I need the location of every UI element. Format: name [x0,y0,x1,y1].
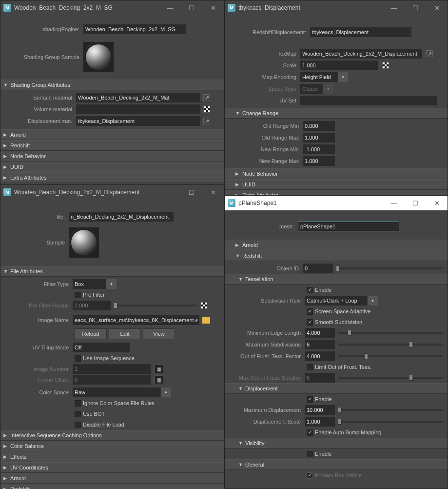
section-general[interactable]: ▼General [225,459,448,470]
minimize-button[interactable]: — [159,0,181,15]
max-subd-label: Maximum Subdivisions [225,342,305,347]
edit-button[interactable]: Edit [109,328,141,339]
oof-slider[interactable] [338,355,443,357]
maximize-button[interactable]: ☐ [181,0,202,15]
rd-field[interactable] [310,27,411,37]
close-button[interactable]: ✕ [426,196,448,210]
section-redshift[interactable]: ▶Redshift [0,140,224,151]
close-button[interactable]: ✕ [202,185,224,200]
map-button[interactable] [382,62,389,69]
max-subd-slider[interactable] [338,344,443,346]
objid-slider[interactable] [336,267,443,269]
use-bot-checkbox[interactable] [75,411,81,417]
chevron-down-icon: ▼ [238,462,245,467]
titlebar[interactable]: M tbykeacs_Displacement — ☐ ✕ [225,0,448,15]
section-redshift[interactable]: ▶Redshift [0,484,224,489]
max-subd-field[interactable] [305,340,335,349]
disp-enable-checkbox[interactable] [307,396,313,403]
maximize-button[interactable]: ☐ [181,185,202,200]
section-color-balance[interactable]: ▶Color Balance [0,441,224,451]
map-button[interactable] [200,302,207,309]
new-max-field[interactable] [303,156,335,166]
section-redshift[interactable]: ▼Redshift [225,250,448,261]
pre-filter-checkbox[interactable] [75,292,81,298]
subdiv-rule-dropdown[interactable]: Catmull-Clark + Loop ▼ [305,296,378,306]
ssa-checkbox[interactable] [307,308,313,315]
close-button[interactable]: ✕ [426,0,448,15]
disable-load-checkbox[interactable] [75,422,81,428]
map-enc-dropdown[interactable]: Height Field ▼ [300,72,348,82]
close-button[interactable]: ✕ [202,0,224,15]
uvset-field[interactable] [300,96,437,105]
image-name-field[interactable] [73,315,199,325]
sample-swatch[interactable] [83,42,114,72]
limit-oof-checkbox[interactable] [307,364,313,370]
map-button[interactable] [203,106,210,113]
color-space-dropdown[interactable]: Raw ▼ [73,387,171,397]
volume-mat-field[interactable] [76,104,200,114]
use-seq-checkbox[interactable] [75,355,81,362]
min-edge-field[interactable] [305,328,335,338]
section-uv-coords[interactable]: ▶UV Coordinates [0,462,224,473]
section-arnold[interactable]: ▶Arnold [0,473,224,484]
expression-icon[interactable]: ▦ [155,365,163,373]
folder-icon[interactable] [202,317,210,324]
filter-type-dropdown[interactable]: Box ▼ [73,279,117,289]
old-max-field[interactable] [303,133,335,143]
map-button[interactable]: ↗ [203,118,210,124]
section-visibility[interactable]: ▼Visibility [225,438,448,448]
minimize-button[interactable]: — [159,185,181,200]
titlebar[interactable]: M Wooden_Beach_Decking_2x2_M_Displacemen… [0,185,224,200]
ignore-cs-checkbox[interactable] [75,400,81,407]
chevron-right-icon: ▶ [3,175,10,180]
objid-field[interactable] [303,264,333,273]
max-disp-field[interactable] [305,405,335,415]
section-uuid[interactable]: ▶UUID [225,179,448,190]
pre-filter-radius-label: Pre Filter Radius [0,303,73,308]
disp-mat-field[interactable] [76,116,200,126]
texmap-field[interactable] [300,49,422,59]
section-change-range[interactable]: ▼Change Range [225,108,448,119]
map-button[interactable]: ↗ [203,94,210,101]
section-effects[interactable]: ▶Effects [0,451,224,462]
section-extra-attrs[interactable]: ▶Extra Attributes [0,172,224,183]
uv-tiling-dropdown[interactable]: Off [73,343,130,352]
minimize-button[interactable]: — [383,0,405,15]
section-arnold[interactable]: ▶Arnold [0,129,224,140]
section-file-attrs[interactable]: ▼File Attributes [0,266,224,277]
maximize-button[interactable]: ☐ [405,196,426,210]
min-edge-slider[interactable] [338,332,443,334]
smooth-checkbox[interactable] [307,319,313,326]
disp-scale-slider[interactable] [338,421,443,423]
map-button[interactable]: ↗ [426,50,433,57]
new-min-field[interactable] [303,144,335,154]
old-min-field[interactable] [303,121,335,131]
maximize-button[interactable]: ☐ [405,0,426,15]
file-field[interactable] [69,212,174,222]
minimize-button[interactable]: — [383,196,405,210]
expression-icon[interactable]: ▦ [155,375,163,384]
max-disp-slider[interactable] [338,409,443,411]
surface-mat-field[interactable] [76,93,200,102]
shading-engine-field[interactable] [83,24,186,34]
section-node-behavior[interactable]: ▶Node Behavior [225,168,448,179]
reload-button[interactable]: Reload [75,328,107,339]
section-disp[interactable]: ▼Displacement [225,383,448,394]
section-node-behavior[interactable]: ▶Node Behavior [0,151,224,162]
mesh-field[interactable] [298,222,399,231]
tess-enable-checkbox[interactable] [307,287,313,293]
view-button[interactable]: View [143,328,175,339]
section-tess[interactable]: ▼Tessellation [225,274,448,285]
section-sg-attrs[interactable]: ▼Shading Group Attributes [0,80,224,90]
section-uuid[interactable]: ▶UUID [0,162,224,172]
disp-scale-field[interactable] [305,417,335,427]
oof-field[interactable] [305,351,335,361]
sample-swatch[interactable] [69,227,99,258]
titlebar[interactable]: M pPlaneShape1 — ☐ ✕ [225,196,448,210]
scale-field[interactable] [300,61,378,70]
section-arnold[interactable]: ▶Arnold [225,240,448,250]
vis-enable-checkbox[interactable] [307,451,313,457]
titlebar[interactable]: M Wooden_Beach_Decking_2x2_M_SG — ☐ ✕ [0,0,224,15]
auto-bump-checkbox[interactable] [307,429,313,436]
section-seq-cache[interactable]: ▶Interactive Sequence Caching Options [0,430,224,441]
